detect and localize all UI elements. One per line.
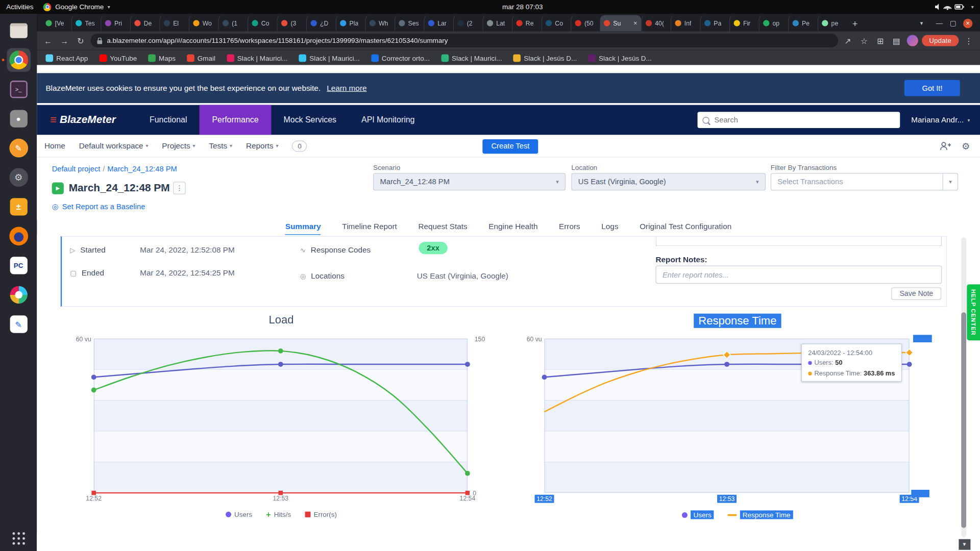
subnav-item[interactable]: Reports▾ <box>246 141 278 150</box>
browser-menu-icon[interactable]: ⋮ <box>963 36 975 45</box>
save-note-button[interactable]: Save Note <box>891 287 941 299</box>
browser-tab[interactable]: Pa <box>700 15 729 31</box>
forward-button[interactable]: → <box>58 36 70 45</box>
browser-tab[interactable]: De <box>130 15 160 31</box>
report-notes-input[interactable] <box>655 265 942 284</box>
bookmark-star-icon[interactable]: ☆ <box>858 36 870 45</box>
new-tab-button[interactable]: + <box>847 15 863 31</box>
report-tab[interactable]: Summary <box>285 220 321 236</box>
got-it-button[interactable]: Got It! <box>904 80 960 96</box>
header-nav-item[interactable]: API Monitoring <box>349 105 427 135</box>
browser-tab[interactable]: (3 <box>277 15 306 31</box>
page-scrollbar[interactable] <box>961 237 966 537</box>
system-indicators[interactable]: ▾ <box>935 3 974 11</box>
learn-more-link[interactable]: Learn more <box>327 84 366 92</box>
browser-tab[interactable]: Pla <box>336 15 365 31</box>
bookmark-item[interactable]: Gmail <box>187 54 215 62</box>
settings-gear-icon[interactable]: ⚙ <box>962 140 970 152</box>
browser-tab[interactable]: Lat <box>482 15 512 31</box>
minimize-button[interactable]: — <box>936 19 943 27</box>
close-button[interactable]: ✕ <box>963 18 972 28</box>
share-icon[interactable]: ↗ <box>842 36 854 45</box>
browser-tab[interactable]: pe <box>818 15 847 31</box>
update-button[interactable]: Update <box>922 35 959 46</box>
tab-search-button[interactable]: ▾ <box>915 15 928 31</box>
bookmark-item[interactable]: YouTube <box>99 54 137 62</box>
search-input[interactable] <box>713 115 895 125</box>
report-menu-button[interactable]: ⋮ <box>173 182 185 194</box>
dock-icon-firefox[interactable] <box>7 224 31 248</box>
user-menu[interactable]: Mariana Andr... ▾ <box>911 116 970 124</box>
bookmark-item[interactable]: Maps <box>148 54 176 62</box>
browser-tab[interactable]: Pe <box>788 15 818 31</box>
legend-item[interactable]: +Hits/s <box>266 510 291 518</box>
bookmark-item[interactable]: Corrector orto... <box>371 54 430 62</box>
browser-tab[interactable]: Lar <box>424 15 453 31</box>
browser-tab[interactable]: (1 <box>218 15 248 31</box>
location-dropdown[interactable]: US East (Virginia, Google) ▾ <box>571 173 766 190</box>
browser-tab[interactable]: Wo <box>189 15 218 31</box>
browser-tab[interactable]: (2 <box>453 15 483 31</box>
focused-app-menu[interactable]: Google Chrome ▾ <box>43 3 110 11</box>
browser-tab[interactable]: 40( <box>641 15 671 31</box>
breadcrumb-project-link[interactable]: Default project <box>52 164 101 173</box>
browser-tab[interactable]: ¿D <box>306 15 336 31</box>
dock-icon-terminal[interactable]: >_ <box>7 78 31 102</box>
browser-tab[interactable]: Co <box>541 15 571 31</box>
browser-tab[interactable]: El <box>159 15 189 31</box>
dock-icon-files[interactable] <box>7 19 31 43</box>
browser-tab[interactable]: Pri <box>101 15 130 31</box>
dock-icon-chrome[interactable] <box>7 48 31 72</box>
bookmark-item[interactable]: Slack | Maurici... <box>227 54 287 62</box>
header-nav-item[interactable]: Mock Services <box>271 105 349 135</box>
restore-button[interactable]: ▢ <box>950 19 957 27</box>
bookmark-item[interactable]: React App <box>45 54 88 62</box>
legend-item[interactable]: Users <box>682 510 714 519</box>
dock-icon-slack[interactable] <box>7 283 31 307</box>
reload-button[interactable]: ↻ <box>75 36 87 45</box>
browser-tab[interactable]: Su✕ <box>600 15 642 31</box>
dock-icon-pycharm[interactable]: PC <box>7 254 31 278</box>
tab-close-icon[interactable]: ✕ <box>633 20 638 26</box>
edit-title-icon[interactable]: ✎ <box>159 184 165 192</box>
report-tab[interactable]: Engine Health <box>488 220 537 236</box>
scenario-dropdown[interactable]: March_24_12:48 PM ▾ <box>373 173 566 190</box>
subnav-item[interactable]: Default workspace▾ <box>79 141 149 150</box>
search-box[interactable] <box>697 112 900 128</box>
browser-tab[interactable]: Wh <box>365 15 395 31</box>
scroll-down-arrow[interactable]: ▼ <box>959 539 970 550</box>
report-tab[interactable]: Original Test Configuration <box>640 220 731 236</box>
address-bar[interactable]: a.blazemeter.com/app/#/accounts/1131765/… <box>91 34 838 47</box>
set-baseline-link[interactable]: ◎ Set Report as a Baseline <box>52 203 145 211</box>
scrollbar-thumb[interactable] <box>961 312 966 528</box>
subnav-item[interactable]: Projects▾ <box>162 141 195 150</box>
activities-button[interactable]: Activities <box>6 3 33 11</box>
dock-icon-calculator[interactable]: ± <box>7 195 31 219</box>
invite-user-icon[interactable] <box>940 141 951 151</box>
profile-avatar[interactable] <box>906 35 918 46</box>
legend-item[interactable]: Response Time <box>727 510 793 519</box>
bookmark-item[interactable]: Slack | Jesús D... <box>513 54 577 62</box>
back-button[interactable]: ← <box>42 36 54 45</box>
browser-tab[interactable]: Ses <box>395 15 424 31</box>
dock-icon-gimp[interactable]: ● <box>7 107 31 131</box>
browser-tab[interactable]: Inf <box>671 15 700 31</box>
header-nav-item[interactable]: Performance <box>200 105 271 135</box>
browser-tab[interactable]: Fir <box>729 15 759 31</box>
subnav-item[interactable]: Home <box>44 141 65 150</box>
browser-tab[interactable]: Re <box>512 15 542 31</box>
browser-tab[interactable]: op <box>759 15 789 31</box>
legend-item[interactable]: Users <box>226 510 252 518</box>
report-tab[interactable]: Logs <box>601 220 618 236</box>
report-tab[interactable]: Timeline Report <box>342 220 397 236</box>
help-center-tab[interactable]: HELP CENTER <box>967 284 980 340</box>
extensions-icon[interactable]: ⊞ <box>874 36 886 45</box>
dock-icon-editor[interactable]: ✎ <box>7 136 31 160</box>
load-chart-plot[interactable] <box>94 339 468 493</box>
browser-tab[interactable]: (50 <box>571 15 600 31</box>
side-panel-icon[interactable]: ▤ <box>890 36 902 45</box>
run-test-button[interactable]: ▶ <box>52 183 64 194</box>
breadcrumb-current-link[interactable]: March_24_12:48 PM <box>107 164 177 173</box>
browser-tab[interactable]: Tes <box>71 15 101 31</box>
dock-icon-draw[interactable]: ✎ <box>7 312 31 336</box>
